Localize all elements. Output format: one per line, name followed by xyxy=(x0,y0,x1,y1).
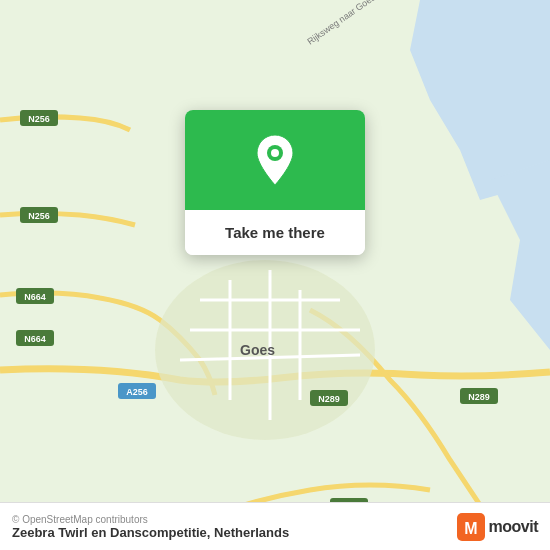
map-background: N256 N256 N664 N664 A256 N289 N289 N669 … xyxy=(0,0,550,550)
popup-header xyxy=(185,110,365,210)
svg-text:M: M xyxy=(464,520,477,537)
location-name: Zeebra Twirl en Danscompetitie, Netherla… xyxy=(12,525,289,540)
svg-text:Goes: Goes xyxy=(240,342,275,358)
map-container: N256 N256 N664 N664 A256 N289 N289 N669 … xyxy=(0,0,550,550)
svg-text:A256: A256 xyxy=(126,387,148,397)
svg-text:N289: N289 xyxy=(468,392,490,402)
bottom-left: © OpenStreetMap contributors Zeebra Twir… xyxy=(12,514,289,540)
moovit-text: moovit xyxy=(489,518,538,536)
popup-card: Take me there xyxy=(185,110,365,255)
bottom-bar: © OpenStreetMap contributors Zeebra Twir… xyxy=(0,502,550,550)
svg-text:N289: N289 xyxy=(318,394,340,404)
location-pin-icon xyxy=(253,133,297,187)
svg-text:N664: N664 xyxy=(24,292,46,302)
moovit-icon: M xyxy=(457,513,485,541)
svg-text:N256: N256 xyxy=(28,211,50,221)
take-me-there-button[interactable]: Take me there xyxy=(185,210,365,255)
attribution-text: © OpenStreetMap contributors xyxy=(12,514,289,525)
moovit-logo: M moovit xyxy=(457,513,538,541)
svg-text:N256: N256 xyxy=(28,114,50,124)
svg-point-27 xyxy=(271,149,279,157)
svg-text:N664: N664 xyxy=(24,334,46,344)
